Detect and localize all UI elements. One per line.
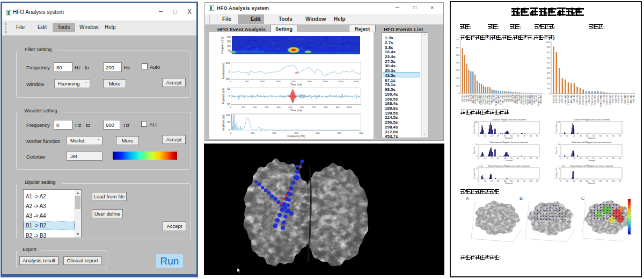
svg-text:30: 30 — [497, 135, 499, 137]
svg-text:10: 10 — [566, 135, 568, 137]
svg-text:PC8U-PC8S: PC8U-PC8S — [591, 95, 594, 105]
svg-text:Channel: Channel — [505, 160, 513, 162]
svg-text:0: 0 — [478, 180, 479, 182]
svg-text:x 10⁷: x 10⁷ — [479, 165, 484, 167]
svg-text:200: 200 — [273, 132, 277, 134]
svg-text:Channel: Channel — [588, 160, 595, 162]
svg-text:30: 30 — [580, 158, 582, 160]
svg-text:x 10⁶: x 10⁶ — [561, 165, 566, 167]
svg-text:Time / s: Time / s — [555, 147, 558, 154]
svg-text:900: 900 — [547, 46, 550, 48]
svg-text:50: 50 — [227, 88, 230, 90]
svg-text:800: 800 — [547, 52, 550, 54]
svg-text:1000: 1000 — [347, 106, 352, 109]
svg-text:0: 0 — [549, 93, 550, 95]
svg-text:LTB3-LTB2: LTB3-LTB2 — [588, 95, 590, 104]
svg-text:100: 100 — [226, 114, 230, 117]
svg-text:1500: 1500 — [275, 80, 281, 83]
svg-text:600: 600 — [547, 62, 550, 64]
svg-text:Total Engery of FRipples for e: Total Engery of FRipples for each channe… — [570, 164, 613, 167]
svg-text:90: 90 — [536, 135, 538, 137]
svg-text:Count of FRipples for each cha: Count of FRipples for each channel — [573, 118, 609, 121]
svg-text:800: 800 — [324, 106, 328, 109]
svg-text:Count of Ripples for each chan: Count of Ripples for each channel — [492, 118, 526, 121]
svg-text:0: 0 — [230, 80, 232, 83]
svg-text:900: 900 — [336, 106, 340, 109]
svg-text:600: 600 — [301, 106, 305, 109]
svg-text:80: 80 — [530, 158, 532, 160]
svg-text:P3U-PR3: P3U-PR3 — [615, 95, 617, 103]
svg-text:P3B-PR6: P3B-PR6 — [559, 95, 561, 103]
svg-text:0: 0 — [229, 129, 230, 132]
svg-text:Count / times: Count / times — [555, 122, 558, 133]
svg-text:Total time of FRipples for eac: Total time of FRipples for each channel — [572, 141, 611, 144]
svg-text:Time (ms): Time (ms) — [290, 109, 302, 112]
svg-text:100: 100 — [456, 85, 459, 87]
svg-text:Time / s: Time / s — [473, 147, 475, 154]
svg-text:70: 70 — [606, 180, 608, 182]
svg-text:70: 70 — [523, 180, 525, 182]
svg-text:500: 500 — [547, 67, 550, 69]
svg-text:500: 500 — [557, 121, 560, 123]
svg-text:0: 0 — [230, 106, 232, 109]
svg-text:P3U-PR4: P3U-PR4 — [612, 95, 614, 103]
svg-text:0: 0 — [230, 132, 232, 134]
svg-text:10: 10 — [484, 158, 486, 160]
svg-text:PC8A-PC8T: PC8A-PC8T — [606, 95, 608, 105]
svg-text:40: 40 — [558, 144, 560, 146]
svg-text:70: 70 — [606, 158, 608, 160]
svg-text:Frequency (Hz): Frequency (Hz) — [287, 135, 305, 138]
svg-text:70: 70 — [606, 135, 608, 137]
svg-text:Channel: Channel — [588, 137, 595, 139]
svg-text:150: 150 — [226, 40, 231, 43]
svg-text:50: 50 — [475, 144, 478, 146]
svg-text:0: 0 — [560, 135, 561, 137]
svg-text:LH9-LH8: LH9-LH8 — [633, 95, 635, 103]
svg-text:B: B — [519, 196, 523, 201]
svg-text:500: 500 — [456, 54, 459, 56]
svg-text:Amplitude (uV): Amplitude (uV) — [222, 63, 225, 79]
svg-text:100: 100 — [226, 45, 231, 48]
svg-text:80: 80 — [612, 135, 614, 137]
svg-text:70: 70 — [523, 158, 525, 160]
svg-text:10: 10 — [566, 180, 568, 182]
svg-text:0: 0 — [560, 158, 561, 160]
svg-text:0: 0 — [477, 133, 478, 135]
svg-text:LTA3-4 TA3: LTA3-4 TA3 — [627, 95, 629, 105]
svg-text:LTB8-LTB3: LTB8-LTB3 — [603, 95, 605, 104]
svg-text:60: 60 — [599, 135, 602, 137]
svg-text:Energy / uV²: Energy / uV² — [555, 167, 558, 178]
svg-text:300: 300 — [295, 132, 299, 134]
svg-text:0: 0 — [478, 135, 479, 137]
svg-text:1000: 1000 — [260, 80, 265, 83]
svg-text:20: 20 — [573, 180, 575, 182]
svg-text:P3U-PR5: P3U-PR5 — [597, 95, 599, 103]
svg-text:20: 20 — [491, 180, 493, 182]
svg-text:300: 300 — [456, 69, 459, 71]
svg-text:LH9-LH10: LH9-LH10 — [565, 95, 567, 104]
svg-text:20: 20 — [573, 135, 575, 137]
svg-text:2500: 2500 — [306, 80, 312, 83]
svg-text:PC8J-PC8M: PC8J-PC8M — [579, 95, 581, 105]
svg-text:P3U-PR4: P3U-PR4 — [553, 95, 555, 103]
svg-text:Channel: Channel — [588, 182, 595, 184]
svg-text:LH9-LH8: LH9-LH8 — [573, 95, 575, 103]
svg-text:10: 10 — [566, 158, 568, 160]
svg-text:400: 400 — [316, 132, 320, 134]
svg-text:100: 100 — [547, 88, 550, 90]
svg-text:100: 100 — [251, 132, 255, 134]
svg-text:400: 400 — [474, 121, 478, 123]
svg-text:LTB3-LTB4: LTB3-LTB4 — [576, 95, 579, 104]
svg-text:200: 200 — [226, 36, 231, 39]
svg-text:700: 700 — [312, 106, 317, 109]
svg-text:0: 0 — [229, 95, 230, 98]
svg-text:80: 80 — [612, 180, 614, 182]
svg-text:700: 700 — [456, 39, 459, 41]
svg-text:0: 0 — [559, 155, 560, 158]
svg-text:100: 100 — [241, 106, 246, 109]
svg-text:90: 90 — [536, 158, 538, 160]
svg-text:4000: 4000 — [354, 80, 359, 83]
svg-text:200: 200 — [547, 83, 550, 85]
svg-text:90: 90 — [536, 180, 538, 182]
svg-text:50: 50 — [227, 121, 230, 124]
